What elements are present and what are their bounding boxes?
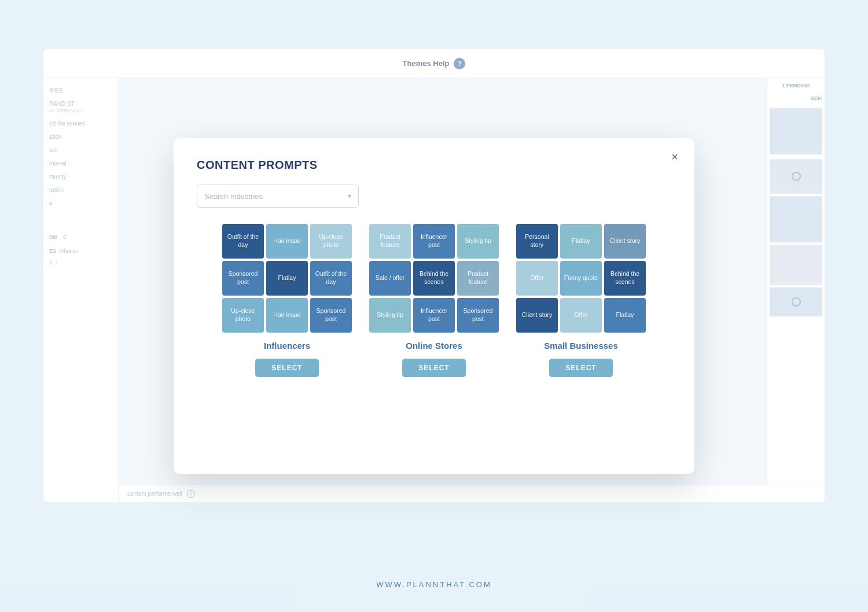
tag-sponsored-post-2[interactable]: Sponsored post bbox=[310, 298, 352, 333]
category-small-businesses: Personal story Flatlay Client story Offe… bbox=[516, 224, 646, 377]
search-row: Search Industries ▾ bbox=[197, 185, 671, 208]
modal-title: CONTENT PROMPTS bbox=[197, 158, 671, 172]
tag-hair-inspo-1[interactable]: Hair inspo bbox=[266, 224, 308, 259]
online-stores-tag-grid: Product feature Influencer post Styling … bbox=[369, 224, 499, 333]
chevron-down-icon: ▾ bbox=[348, 192, 351, 200]
tag-outfit-of-the-day-1[interactable]: Outfit of the day bbox=[222, 224, 264, 259]
category-online-stores: Product feature Influencer post Styling … bbox=[369, 224, 499, 377]
tag-offer-1[interactable]: Offer bbox=[516, 261, 558, 296]
tag-sponsored-post-1[interactable]: Sponsored post bbox=[222, 261, 264, 296]
search-industries-input[interactable]: Search Industries ▾ bbox=[197, 185, 359, 208]
tag-product-feature-1[interactable]: Product feature bbox=[369, 224, 411, 259]
tag-personal-story[interactable]: Personal story bbox=[516, 224, 558, 259]
tag-outfit-of-the-day-2[interactable]: Outfit of the day bbox=[310, 261, 352, 296]
tag-sale-offer[interactable]: Sale / offer bbox=[369, 261, 411, 296]
small-businesses-select-button[interactable]: SELECT bbox=[549, 359, 612, 377]
tag-sponsored-post-3[interactable]: Sponsored post bbox=[457, 298, 499, 333]
influencers-label: Influencers bbox=[264, 341, 310, 351]
tag-flatlay-3[interactable]: Flatlay bbox=[604, 298, 646, 333]
influencers-tag-grid: Outfit of the day Hair inspo Up-close ph… bbox=[222, 224, 352, 333]
tag-funny-quote[interactable]: Funny quote bbox=[560, 261, 602, 296]
tag-influencer-post-2[interactable]: Influencer post bbox=[413, 298, 455, 333]
online-stores-label: Online Stores bbox=[406, 341, 462, 351]
categories-row: Outfit of the day Hair inspo Up-close ph… bbox=[197, 224, 671, 377]
tag-client-story-2[interactable]: Client story bbox=[516, 298, 558, 333]
tag-behind-the-scenes-1[interactable]: Behind the scenes bbox=[413, 261, 455, 296]
online-stores-select-button[interactable]: SELECT bbox=[402, 359, 465, 377]
category-influencers: Outfit of the day Hair inspo Up-close ph… bbox=[222, 224, 352, 377]
tag-flatlay-2[interactable]: Flatlay bbox=[560, 224, 602, 259]
tag-flatlay-1[interactable]: Flatlay bbox=[266, 261, 308, 296]
modal-close-button[interactable]: × bbox=[667, 149, 683, 165]
tag-styling-tip-2[interactable]: Styling tip bbox=[369, 298, 411, 333]
influencers-select-button[interactable]: SELECT bbox=[255, 359, 318, 377]
small-businesses-tag-grid: Personal story Flatlay Client story Offe… bbox=[516, 224, 646, 333]
tag-behind-the-scenes-2[interactable]: Behind the scenes bbox=[604, 261, 646, 296]
tag-upclose-photo-2[interactable]: Up-close photo bbox=[222, 298, 264, 333]
page-wrapper: Themes Help ? RIES RAND STor create your… bbox=[0, 0, 868, 612]
tag-hair-inspo-2[interactable]: Hair inspo bbox=[266, 298, 308, 333]
content-prompts-modal: × CONTENT PROMPTS Search Industries ▾ Ou… bbox=[174, 138, 694, 474]
tag-client-story-1[interactable]: Client story bbox=[604, 224, 646, 259]
tag-product-feature-2[interactable]: Product feature bbox=[457, 261, 499, 296]
small-businesses-label: Small Businesses bbox=[544, 341, 618, 351]
tag-styling-tip-1[interactable]: Styling tip bbox=[457, 224, 499, 259]
tag-influencer-post-1[interactable]: Influencer post bbox=[413, 224, 455, 259]
search-placeholder: Search Industries bbox=[204, 192, 263, 201]
site-footer: WWW.PLANNTHAT.COM bbox=[376, 580, 492, 589]
tag-upclose-photo-1[interactable]: Up-close photo bbox=[310, 224, 352, 259]
tag-offer-2[interactable]: Offer bbox=[560, 298, 602, 333]
